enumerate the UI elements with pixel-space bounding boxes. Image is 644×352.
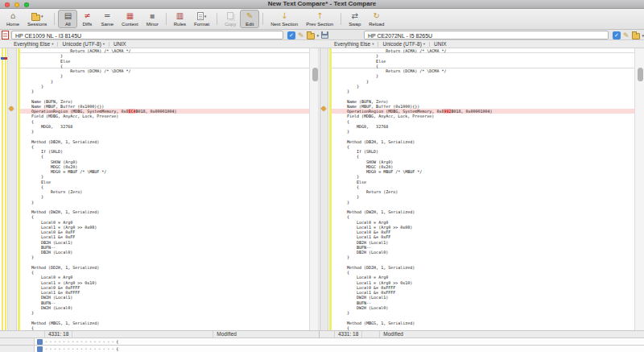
toolbar-separator <box>166 13 167 25</box>
all-filter-icon: ▤ <box>64 11 72 21</box>
chevron-down-icon: ▾ <box>52 42 53 46</box>
toolbar-separator <box>217 13 217 25</box>
left-modified-badge: Modified <box>213 331 240 338</box>
toolbar-button-sessions[interactable]: ▾Sessions <box>23 10 51 28</box>
left-code-pane[interactable]: Return (ACMA) /* \ACMA */ } Else { Retur… <box>18 48 309 330</box>
left-current-line-viewer: ∙∙∙∙∙∙∙∙∙∙∙∙∙∙∙∙{ <box>0 338 644 345</box>
left-rules-dropdown[interactable]: Everything Else▾ <box>10 41 57 47</box>
line-viewer-left-cell <box>0 346 35 352</box>
current-line-text: { <box>116 346 118 352</box>
current-line-text: { <box>116 338 118 345</box>
right-file-buttons: ✓ ✎ ▾ <box>613 31 644 39</box>
status-bar: 4331: 18 Modified 4331: 18 Modified <box>0 330 644 338</box>
toolbar-button-reload[interactable]: ↻Reload <box>365 10 388 28</box>
format-icon <box>197 12 204 20</box>
window-titlebar: New Text Compare* - Text Compare <box>0 0 644 9</box>
left-file-buttons: ✓ ✎ ▾ <box>287 31 328 39</box>
minor-filter-icon: ▪ <box>150 11 155 21</box>
chevron-down-icon: ▾ <box>423 42 425 46</box>
toolbar-separator <box>54 13 55 25</box>
leading-whitespace-dots: ∙∙∙∙∙∙∙∙∙∙∙∙∙∙∙∙ <box>45 338 116 345</box>
toolbar-button-minor[interactable]: ▪Minor <box>142 10 163 28</box>
compare-area: ◆ Return (ACMA) /* \ACMA */ } Else { Ret… <box>0 48 644 330</box>
right-current-line-viewer: ∙∙∙∙∙∙∙∙∙∙∙∙∙∙∙∙{ <box>0 345 644 352</box>
toolbar-button-next-section[interactable]: ↓Next Section <box>266 10 302 28</box>
right-code-pane[interactable]: Return (ACMA) /* \ACMA */ } Else { Retur… <box>329 48 634 330</box>
traffic-lights <box>5 2 29 7</box>
file-page-icon <box>37 346 43 352</box>
toolbar-button-format[interactable]: ▾Format <box>190 10 213 28</box>
main-toolbar: ⌂Home▾Sessions▤All≠Diffs=Same▦Context▪Mi… <box>0 9 644 30</box>
right-browse-folder-icon[interactable] <box>632 33 640 39</box>
toolbar-button-context[interactable]: ▦Context <box>118 10 142 28</box>
code-line[interactable]: { <box>18 325 309 330</box>
toolbar-label: Copy <box>225 22 236 27</box>
line-viewer-left-cell <box>0 338 35 345</box>
diff-map-left-bar <box>2 48 3 330</box>
left-line-ending-label: UNIX <box>109 41 130 47</box>
toolbar-label: Sessions <box>27 22 47 27</box>
rules-icon: ▥ <box>176 11 184 21</box>
toolbar-button-edit[interactable]: ✎Edit <box>240 10 259 28</box>
right-current-section-marker-icon[interactable]: ◆ <box>321 106 326 112</box>
toolbar-label: Minor <box>147 22 159 27</box>
toolbar-label: Format <box>194 22 209 27</box>
toolbar-button-diffs[interactable]: ≠Diffs <box>77 10 97 28</box>
left-edit-path-icon[interactable]: ✎ <box>298 31 304 39</box>
left-browse-caret-icon[interactable]: ▾ <box>317 33 320 38</box>
toolbar-button-swap[interactable]: ⇄Swap <box>345 10 365 28</box>
right-file-path-field[interactable]: HP CE2072NL - I5 8265U <box>364 31 609 39</box>
diffs-filter-icon: ≠ <box>84 11 90 21</box>
window-title: New Text Compare* - Text Compare <box>0 0 644 8</box>
right-format-bar: Everything Else▾ Unicode (UTF-8)▾ UNIX <box>330 40 451 48</box>
toolbar-button-same[interactable]: =Same <box>97 10 118 28</box>
right-line-ending-label: UNIX <box>430 41 451 47</box>
diff-map-position-marker[interactable] <box>1 57 7 60</box>
toolbar-button-copy: Copy <box>221 10 240 28</box>
left-vertical-scrollbar[interactable] <box>309 48 319 330</box>
right-file-status-icon: ✓ <box>613 31 621 39</box>
file-page-icon <box>37 339 43 345</box>
close-window-button[interactable] <box>5 2 10 7</box>
diff-map-strip[interactable] <box>0 48 8 330</box>
toolbar-label: Reload <box>369 22 384 27</box>
toolbar-button-rules[interactable]: ▥Rules <box>170 10 190 28</box>
right-edit-path-icon[interactable]: ✎ <box>623 31 630 39</box>
right-gutter: ◆ <box>320 48 328 330</box>
right-modified-badge: Modified <box>380 331 407 338</box>
chevron-down-icon: ▾ <box>103 42 105 46</box>
toolbar-label: Home <box>6 22 19 27</box>
code-line[interactable]: { <box>329 325 634 330</box>
right-scrollbar-thumb[interactable] <box>638 68 643 81</box>
right-rules-dropdown[interactable]: Everything Else▾ <box>330 41 378 47</box>
zoom-window-button[interactable] <box>24 2 29 7</box>
leading-whitespace-dots: ∙∙∙∙∙∙∙∙∙∙∙∙∙∙∙∙ <box>45 346 116 352</box>
left-browse-folder-icon[interactable] <box>307 33 315 39</box>
right-status-bar: 4331: 18 Modified <box>320 331 644 338</box>
toolbar-label: All <box>65 22 71 27</box>
right-encoding-dropdown[interactable]: Unicode (UTF-8)▾ <box>378 41 429 47</box>
toolbar-button-all[interactable]: ▤All <box>58 10 77 28</box>
format-bar: Everything Else▾ Unicode (UTF-8)▾ UNIX E… <box>0 40 644 48</box>
text-compare-session-icon <box>2 31 9 39</box>
minimize-window-button[interactable] <box>14 2 19 7</box>
toolbar-label: Prev Section <box>306 22 333 27</box>
left-save-icon[interactable] <box>321 31 328 39</box>
toolbar-button-home[interactable]: ⌂Home <box>2 10 23 28</box>
toolbar-label: Next Section <box>270 22 298 27</box>
toolbar-label: Diffs <box>82 22 92 27</box>
home-icon: ⌂ <box>10 11 15 21</box>
left-scrollbar-thumb[interactable] <box>312 68 318 81</box>
right-change-bar <box>329 48 332 330</box>
left-current-section-marker-icon[interactable]: ◆ <box>9 106 14 112</box>
chevron-down-icon: ▾ <box>41 11 43 21</box>
copy-icon <box>227 12 233 19</box>
left-format-bar: Everything Else▾ Unicode (UTF-8)▾ UNIX <box>10 40 130 48</box>
toolbar-label: Edit <box>246 22 254 27</box>
left-encoding-dropdown[interactable]: Unicode (UTF-8)▾ <box>58 41 109 47</box>
left-status-bar: 4331: 18 Modified <box>0 331 320 338</box>
toolbar-button-prev-section[interactable]: ↑Prev Section <box>302 10 337 28</box>
sessions-folder-icon <box>31 14 40 21</box>
right-vertical-scrollbar[interactable] <box>634 48 644 330</box>
left-file-path-field[interactable]: HP CE1009 NL - I3 8145U <box>11 31 283 39</box>
